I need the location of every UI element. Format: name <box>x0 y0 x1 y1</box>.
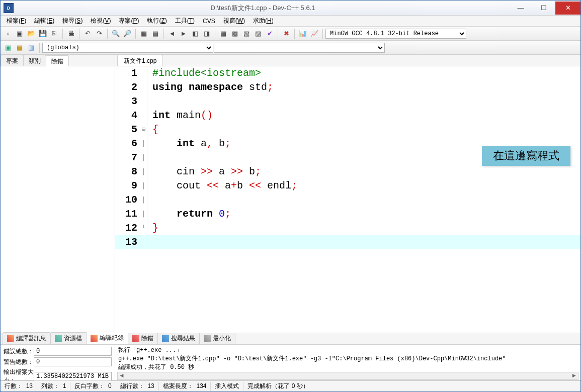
new-project-icon[interactable]: ▣ <box>14 28 25 39</box>
status-bar: 行數： 13 列數： 1 反白字數： 0 總行數： 13 檔案長度： 134 插… <box>1 380 580 391</box>
code-line[interactable]: 3 <box>115 94 580 109</box>
scroll-left-icon[interactable]: ◄ <box>118 372 126 379</box>
code-text <box>147 235 152 249</box>
fold-gutter[interactable]: ⊟ <box>140 123 147 137</box>
chart-icon[interactable]: 📊 <box>297 28 308 39</box>
left-tab[interactable]: 除錯 <box>46 55 69 66</box>
menu-item[interactable]: CVS <box>199 17 219 26</box>
bookmark-icon[interactable]: ◧ <box>190 28 201 39</box>
new-class-icon[interactable]: ▣ <box>3 42 14 53</box>
stats-icon[interactable]: 📈 <box>309 28 320 39</box>
menu-item[interactable]: 專案(P) <box>115 16 143 26</box>
save-icon[interactable]: 💾 <box>37 28 48 39</box>
maximize-button[interactable]: ☐ <box>532 2 555 15</box>
warning-count-label: 警告總數： <box>4 358 34 366</box>
fold-gutter[interactable] <box>140 235 147 249</box>
code-editor[interactable]: 在這邊寫程式 1#include<iostream>2using namespa… <box>115 66 580 333</box>
bottom-tab[interactable]: 搜尋結果 <box>157 332 200 344</box>
bottom-tab[interactable]: 編譯紀錄 <box>86 332 128 344</box>
compiler-select[interactable]: MinGW GCC 4.8.1 32-bit Release <box>325 29 466 39</box>
status-line: 行數： 13 <box>1 382 37 390</box>
fold-gutter[interactable]: └ <box>140 221 147 235</box>
status-total-lines: 總行數： 13 <box>116 382 159 390</box>
member-select[interactable] <box>214 43 385 53</box>
bottom-tab[interactable]: 資源檔 <box>50 332 87 344</box>
bottom-tab[interactable]: 編譯器訊息 <box>3 332 51 344</box>
replace-icon[interactable]: 🔎 <box>122 28 133 39</box>
minimize-button[interactable]: — <box>509 2 532 15</box>
undo-icon[interactable]: ↶ <box>82 28 93 39</box>
line-number: 9 <box>115 179 140 193</box>
code-line[interactable]: 1#include<iostream> <box>115 66 580 80</box>
file-tab[interactable]: 新文件1.cpp <box>117 55 163 66</box>
bottom-pane: 錯誤總數： 警告總數： 輸出檔案大小： 執行「g++.exe ...」g++.e… <box>1 344 580 380</box>
scroll-right-icon[interactable]: ► <box>570 372 578 379</box>
compile-stats: 錯誤總數： 警告總數： 輸出檔案大小： <box>1 345 115 380</box>
bookmark2-icon[interactable]: ▥ <box>26 42 37 53</box>
line-number: 11 <box>115 207 140 221</box>
separator <box>294 29 295 39</box>
check-icon[interactable]: ✔ <box>264 28 275 39</box>
code-line[interactable]: 13 <box>115 235 580 249</box>
line-number: 13 <box>115 235 140 249</box>
fold-gutter[interactable]: │ <box>140 179 147 193</box>
new-file-icon[interactable]: ▫ <box>3 28 14 39</box>
window-title: D:\test\新文件1.cpp - Dev-C++ 5.6.1 <box>17 4 509 13</box>
debug-icon[interactable]: ▧ <box>241 28 252 39</box>
run-icon[interactable]: ▤ <box>150 28 161 39</box>
find-icon[interactable]: 🔍 <box>110 28 121 39</box>
profile-icon[interactable]: ▨ <box>253 28 264 39</box>
open-icon[interactable]: 📂 <box>26 28 37 39</box>
fold-gutter[interactable]: │ <box>140 165 147 179</box>
scope-select[interactable]: (globals) <box>42 43 213 53</box>
output-scrollbar[interactable]: ◄ ► <box>117 372 578 380</box>
rebuild-icon[interactable]: ▩ <box>229 28 240 39</box>
output-line: 編譯成功，共花了 0.50 秒 <box>118 363 577 371</box>
code-line[interactable]: 2using namespace std; <box>115 80 580 94</box>
fold-gutter[interactable] <box>140 80 147 94</box>
fold-gutter[interactable]: │ <box>140 137 147 151</box>
code-text <box>147 94 152 109</box>
code-line[interactable]: 10│ <box>115 193 580 207</box>
fold-gutter[interactable]: │ <box>140 193 147 207</box>
code-line[interactable]: 12└} <box>115 221 580 235</box>
menu-item[interactable]: 視窗(W) <box>219 16 249 26</box>
code-line[interactable]: 8│ cin >> a >> b; <box>115 165 580 179</box>
fold-gutter[interactable] <box>140 109 147 123</box>
forward-icon[interactable]: ► <box>178 28 189 39</box>
code-text <box>147 151 152 165</box>
line-number: 4 <box>115 109 140 123</box>
back-icon[interactable]: ◄ <box>167 28 178 39</box>
code-line[interactable]: 9│ cout << a+b << endl; <box>115 179 580 193</box>
goto-icon[interactable]: ◨ <box>201 28 212 39</box>
error-count-field <box>34 347 112 356</box>
bottom-tab[interactable]: 除錯 <box>128 332 158 344</box>
fold-gutter[interactable]: │ <box>140 151 147 165</box>
menu-item[interactable]: 求助(H) <box>249 16 278 26</box>
code-line[interactable]: 11│ return 0; <box>115 207 580 221</box>
code-line[interactable]: 4int main() <box>115 109 580 123</box>
fold-gutter[interactable]: │ <box>140 207 147 221</box>
menu-item[interactable]: 搜尋(S) <box>58 16 87 26</box>
bottom-tab[interactable]: 最小化 <box>199 332 235 344</box>
menu-item[interactable]: 工具(T) <box>171 16 199 26</box>
code-line[interactable]: 5⊟{ <box>115 123 580 137</box>
status-file-length: 檔案長度： 134 <box>159 382 211 390</box>
compile-icon[interactable]: ▦ <box>138 28 149 39</box>
insert-icon[interactable]: ▤ <box>14 42 25 53</box>
menu-item[interactable]: 執行(Z) <box>143 16 171 26</box>
fold-gutter[interactable] <box>140 66 147 80</box>
left-tab[interactable]: 類別 <box>23 55 46 66</box>
close-button[interactable]: ✕ <box>555 2 580 15</box>
left-tab[interactable]: 專案 <box>1 55 24 66</box>
redo-icon[interactable]: ↷ <box>94 28 105 39</box>
print-icon[interactable]: 🖶 <box>65 28 76 39</box>
menu-item[interactable]: 檢視(V) <box>87 16 115 26</box>
fold-gutter[interactable] <box>140 94 147 109</box>
left-panel: 專案類別除錯 <box>1 55 115 333</box>
save-all-icon[interactable]: ⎘ <box>49 28 60 39</box>
compile-run-icon[interactable]: ▦ <box>218 28 229 39</box>
menu-item[interactable]: 編輯(E) <box>30 16 58 26</box>
menu-item[interactable]: 檔案(F) <box>3 16 30 26</box>
delete-icon[interactable]: ✖ <box>281 28 292 39</box>
